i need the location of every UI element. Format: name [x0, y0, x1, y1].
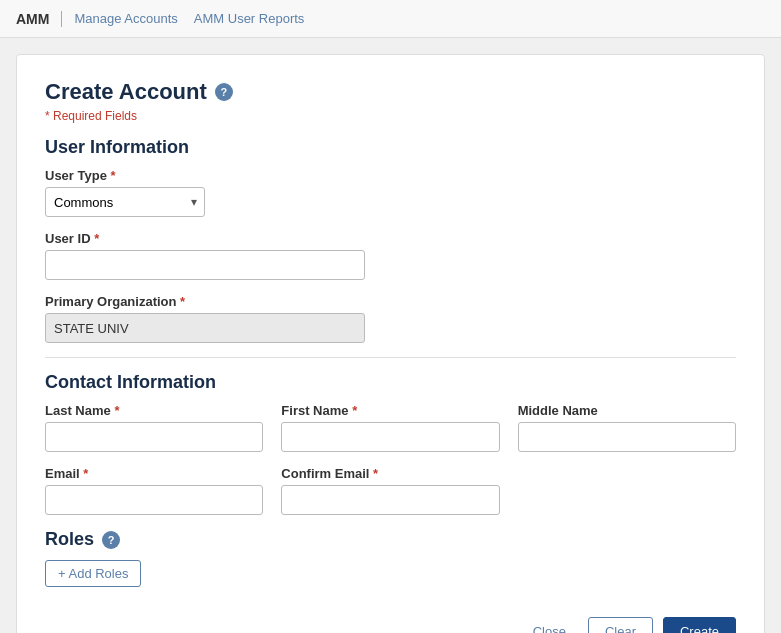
last-name-input[interactable] [45, 422, 263, 452]
top-nav: AMM Manage Accounts AMM User Reports [0, 0, 781, 38]
close-button[interactable]: Close [521, 617, 578, 633]
card-title-row: Create Account ? [45, 79, 736, 105]
user-id-input[interactable] [45, 250, 365, 280]
nav-link-amm-user-reports[interactable]: AMM User Reports [194, 11, 305, 26]
middle-name-label: Middle Name [518, 403, 736, 418]
confirm-email-field-group: Confirm Email * [281, 466, 499, 515]
clear-button[interactable]: Clear [588, 617, 653, 633]
middle-name-input[interactable] [518, 422, 736, 452]
help-icon[interactable]: ? [215, 83, 233, 101]
nav-link-manage-accounts[interactable]: Manage Accounts [74, 11, 177, 26]
create-button[interactable]: Create [663, 617, 736, 633]
nav-brand: AMM [16, 11, 62, 27]
name-fields-row: Last Name * First Name * Middle Name [45, 403, 736, 452]
last-name-label: Last Name * [45, 403, 263, 418]
email-row-spacer [518, 466, 736, 515]
email-fields-row: Email * Confirm Email * [45, 466, 736, 515]
card-title: Create Account [45, 79, 207, 105]
middle-name-field-group: Middle Name [518, 403, 736, 452]
action-bar: Close Clear Create [45, 607, 736, 633]
main-content: Create Account ? * Required Fields User … [0, 38, 781, 633]
email-input[interactable] [45, 485, 263, 515]
required-note: * Required Fields [45, 109, 736, 123]
first-name-input[interactable] [281, 422, 499, 452]
roles-heading: Roles [45, 529, 94, 550]
user-information-heading: User Information [45, 137, 736, 158]
primary-organization-field-group: Primary Organization * STATE UNIV [45, 294, 736, 343]
email-field-group: Email * [45, 466, 263, 515]
first-name-label: First Name * [281, 403, 499, 418]
create-account-card: Create Account ? * Required Fields User … [16, 54, 765, 633]
primary-organization-value: STATE UNIV [45, 313, 365, 343]
roles-heading-row: Roles ? [45, 529, 736, 550]
last-name-field-group: Last Name * [45, 403, 263, 452]
contact-information-heading: Contact Information [45, 372, 736, 393]
user-type-label: User Type * [45, 168, 736, 183]
user-type-select[interactable]: Commons Other [45, 187, 205, 217]
divider-1 [45, 357, 736, 358]
user-id-label: User ID * [45, 231, 736, 246]
user-id-field-group: User ID * [45, 231, 736, 280]
email-label: Email * [45, 466, 263, 481]
primary-organization-label: Primary Organization * [45, 294, 736, 309]
roles-help-icon[interactable]: ? [102, 531, 120, 549]
confirm-email-label: Confirm Email * [281, 466, 499, 481]
confirm-email-input[interactable] [281, 485, 499, 515]
first-name-field-group: First Name * [281, 403, 499, 452]
user-type-field-group: User Type * Commons Other ▾ [45, 168, 736, 217]
user-type-select-wrapper: Commons Other ▾ [45, 187, 205, 217]
add-roles-button[interactable]: + Add Roles [45, 560, 141, 587]
